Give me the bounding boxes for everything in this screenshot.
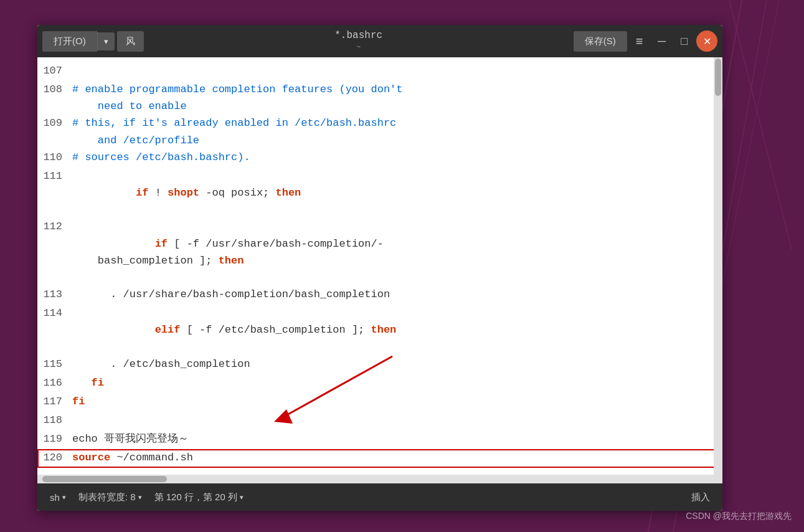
editor-window: 打开(O) ▾ 风 *.bashrc ~ 保存(S) ≡ ─ □ ✕ 107 1… [37,25,722,511]
vertical-scrollbar[interactable] [714,57,722,475]
scrollbar-thumb[interactable] [715,59,721,96]
line-content: if [ -f /usr/share/bash-completion/- bas… [72,218,717,286]
line-number: 116 [42,374,72,391]
line-content: source ~/command.sh [72,449,717,466]
statusbar: sh ▾ 制表符宽度: 8 ▾ 第 120 行，第 20 列 ▾ 插入 [37,483,722,511]
svg-line-2 [717,0,779,311]
code-line-116: 116 fi [37,374,722,393]
tab-width-selector[interactable]: 制表符宽度: 8 ▾ [78,492,142,503]
language-selector[interactable]: sh ▾ [50,492,66,503]
file-title: *.bashrc ~ [146,30,571,52]
insert-mode: 插入 [691,492,710,503]
code-line-112: 112 if [ -f /usr/share/bash-completion/-… [37,218,722,286]
position-dropdown-arrow: ▾ [240,493,244,501]
wind-icon-button[interactable]: 风 [117,31,144,52]
line-content: fi [72,393,717,410]
line-content: fi [72,374,717,391]
line-number: 114 [42,305,72,321]
open-dropdown-arrow[interactable]: ▾ [97,32,115,50]
code-line-114: 114 elif [ -f /etc/bash_completion ]; th… [37,305,722,356]
line-number: 113 [42,286,72,303]
watermark: CSDN @我先去打把游戏先 [686,511,792,522]
language-dropdown-arrow: ▾ [62,493,66,501]
cursor-position[interactable]: 第 120 行，第 20 列 ▾ [154,492,244,503]
tab-dropdown-arrow: ▾ [138,493,142,501]
line-number: 117 [42,393,72,410]
titlebar: 打开(O) ▾ 风 *.bashrc ~ 保存(S) ≡ ─ □ ✕ [37,25,722,57]
open-button-group[interactable]: 打开(O) ▾ [42,31,115,52]
line-content: . /usr/share/bash-completion/bash_comple… [72,286,717,303]
line-number: 112 [42,218,72,235]
menu-button[interactable]: ≡ [630,32,650,51]
code-line-120: 120 source ~/command.sh [37,449,722,468]
line-number: 118 [42,412,72,429]
close-button[interactable]: ✕ [696,31,717,52]
line-number: 115 [42,356,72,373]
code-line-109: 109 # this, if it's already enabled in /… [37,115,722,148]
code-line-108: 108 # enable programmable completion fea… [37,81,722,115]
maximize-button[interactable]: □ [674,32,694,50]
hscrollbar-thumb[interactable] [42,476,167,482]
line-number: 111 [42,168,72,184]
code-line-119: 119 echo 哥哥我闪亮登场～ [37,430,722,449]
line-number: 109 [42,115,72,131]
open-button[interactable]: 打开(O) [42,31,97,52]
code-line-118: 118 [37,412,722,430]
line-content: # enable programmable completion feature… [72,81,717,115]
code-line-115: 115 . /etc/bash_completion [37,356,722,374]
code-line-107: 107 [37,62,722,81]
code-area[interactable]: 107 108 # enable programmable completion… [37,57,722,473]
line-number: 107 [42,62,72,79]
code-line-110: 110 # sources /etc/bash.bashrc). [37,149,722,168]
line-content: . /etc/bash_completion [72,356,717,373]
editor-content: 107 108 # enable programmable completion… [37,57,722,475]
line-content: # this, if it's already enabled in /etc/… [72,115,717,148]
line-content: echo 哥哥我闪亮登场～ [72,430,717,447]
line-content: # sources /etc/bash.bashrc). [72,149,717,166]
line-content: if ! shopt -oq posix; then [72,168,717,219]
line-content: elif [ -f /etc/bash_completion ]; then [72,305,717,356]
save-button[interactable]: 保存(S) [574,31,627,52]
line-number: 108 [42,81,72,98]
minimize-button[interactable]: ─ [651,32,672,50]
line-number: 119 [42,430,72,447]
svg-line-3 [729,0,792,249]
horizontal-scrollbar[interactable] [37,475,722,483]
line-number: 120 [42,449,72,466]
code-line-111: 111 if ! shopt -oq posix; then [37,168,722,219]
code-line-117: 117 fi [37,393,722,412]
code-line-113: 113 . /usr/share/bash-completion/bash_co… [37,286,722,305]
line-number: 110 [42,149,72,166]
